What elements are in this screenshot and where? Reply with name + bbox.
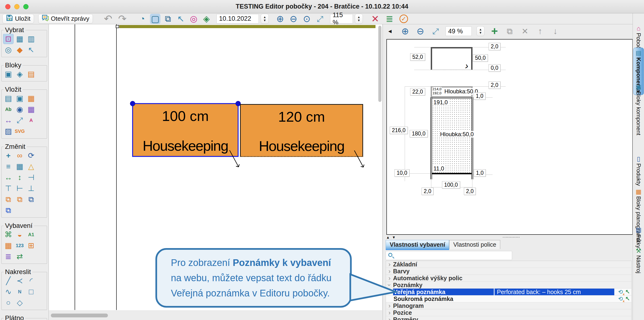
pick-note-icon[interactable]: ↖ <box>625 289 630 295</box>
right-tab-fotky[interactable]: ▨Fotky <box>633 227 644 248</box>
new-page-icon[interactable]: ▢ <box>150 14 160 24</box>
open-messages-button[interactable]: Otevřít zprávy <box>38 14 93 24</box>
preview-zoom-field[interactable]: 49 % <box>446 27 472 36</box>
property-row[interactable]: ›Planogram <box>386 302 632 309</box>
property-row[interactable]: ›Barvy <box>386 268 632 275</box>
property-row[interactable]: ›Poznámky <box>386 282 632 288</box>
zoom-in-icon[interactable]: ⊕ <box>275 14 286 24</box>
insert-text-tool[interactable]: Ab <box>3 104 14 114</box>
equipment-numbering-tool[interactable]: 123 <box>14 240 25 251</box>
divider-arrows[interactable]: ▲▼ <box>386 235 398 239</box>
property-row[interactable]: Veřejná poznámkaPerforated back: – hooks… <box>386 288 632 295</box>
draw-freehand-tool[interactable]: N <box>14 286 25 297</box>
delete-icon[interactable]: ✕ <box>370 14 380 24</box>
insert-keypad-tool[interactable]: ▦ <box>26 104 36 114</box>
move-tool[interactable]: + <box>3 150 14 161</box>
redo-icon[interactable]: ↷ <box>117 14 128 24</box>
confirm-icon[interactable]: ✓ <box>398 14 409 24</box>
property-row[interactable]: Soukromá poznámka⟲x↖ <box>386 295 632 302</box>
save-button[interactable]: Uložit <box>2 14 34 24</box>
layers-icon[interactable]: ◈ <box>201 14 212 24</box>
property-row[interactable]: ›Pozice <box>386 309 632 316</box>
properties-search-input[interactable] <box>396 252 510 259</box>
equipment-structure-tool[interactable]: ⌘ <box>3 229 14 240</box>
equipment-rename-tool[interactable]: A1 <box>26 229 36 240</box>
equipment-add-tool[interactable]: ⊞ <box>26 240 36 251</box>
equipment-grid-settings-tool[interactable]: ▦ <box>3 240 14 251</box>
send-back-tool[interactable]: ⧉ <box>14 194 25 205</box>
technical-drawing[interactable]: › 2,052,050,00,02,022,0214,0192,0Hloubka… <box>386 39 633 235</box>
date-field[interactable]: 10.10.2022 <box>216 14 259 24</box>
select-grid2-tool[interactable]: ▥ <box>26 34 36 44</box>
canvas-area[interactable]: 100 cmHousekeeping120 cmHousekeeping Pro… <box>49 24 382 320</box>
align-top-tool[interactable]: ⊤ <box>3 183 14 194</box>
draw-rect-tool[interactable]: □ <box>26 286 36 297</box>
tab-vlastnosti-police[interactable]: Vlastnosti police <box>449 240 500 249</box>
chevron-right-icon[interactable]: › <box>386 316 393 320</box>
reset-note-icon[interactable]: ⟲x <box>618 289 623 295</box>
select-target-tool[interactable]: ◎ <box>3 45 14 55</box>
delete-icon[interactable]: ✕ <box>520 26 530 36</box>
chevron-right-icon[interactable]: › <box>386 261 393 267</box>
pick-note-icon[interactable]: ↖ <box>625 296 630 302</box>
equipment-ring-tool[interactable]: ◒ <box>14 229 25 240</box>
insert-cabinet-tool[interactable]: ▤ <box>3 93 14 104</box>
right-tab-produkty[interactable]: ▯Produkty <box>633 156 644 186</box>
chevron-right-icon[interactable]: › <box>386 309 393 316</box>
align-left-tool[interactable]: ⊣ <box>26 172 36 183</box>
insert-camera-tool[interactable]: ◉ <box>14 104 25 114</box>
select-tool[interactable]: ⊡ <box>3 34 14 44</box>
reset-note-icon[interactable]: ⟲x <box>618 296 623 302</box>
layers-select-tool[interactable]: ◆ <box>14 45 25 55</box>
block-tool[interactable]: ▣ <box>3 69 14 79</box>
insert-diagonal-measure-tool[interactable]: ⤢ <box>14 115 25 125</box>
property-row[interactable]: ›Automatické výšky polic <box>386 275 632 282</box>
align-right-tool[interactable]: ⊢ <box>14 183 25 194</box>
select-grid-tool[interactable]: ▦ <box>14 34 25 44</box>
insert-image-tool[interactable]: ▨ <box>3 126 14 136</box>
preview-zoom-stepper[interactable]: ▲▼ <box>476 26 484 36</box>
draw-arc-tool[interactable]: ◜ <box>26 275 36 286</box>
measure-pointer-icon[interactable]: ↖ <box>176 14 186 24</box>
reorder-tool[interactable]: ∞ <box>14 150 25 161</box>
mirror-tool[interactable]: △ <box>26 161 36 172</box>
bring-front-tool[interactable]: ⧉ <box>3 194 14 205</box>
zoom-field[interactable]: 115 % <box>330 14 353 24</box>
right-tab-bloky-komponent[interactable]: ▣Bloky komponent <box>633 84 644 135</box>
property-row[interactable]: ›Rozměry <box>386 316 632 320</box>
property-row[interactable]: ›Základní <box>386 261 632 268</box>
canvas-horizontal-scrollbar[interactable] <box>51 313 108 317</box>
collapse-panel-icon[interactable]: ◀ <box>385 26 395 36</box>
fixture-1[interactable]: 100 cmHousekeeping <box>132 103 238 157</box>
align-flag-tool[interactable]: ≡ <box>3 161 14 172</box>
spread-h-tool[interactable]: ↔ <box>3 172 14 183</box>
zoom-in-icon[interactable]: ⊕ <box>400 26 410 36</box>
fixture-2[interactable]: 120 cmHousekeeping <box>240 104 363 157</box>
zoom-selection-icon[interactable]: ⊙ <box>302 14 312 24</box>
tile-tool[interactable]: ▦ <box>14 161 25 172</box>
move-up-icon[interactable]: ↑ <box>535 26 546 36</box>
zoom-out-icon[interactable]: ⊖ <box>415 26 426 36</box>
move-down-icon[interactable]: ↓ <box>550 26 560 36</box>
overlap-tool[interactable]: ⧉ <box>26 194 36 205</box>
duplicate-icon[interactable]: ⧉ <box>504 26 515 36</box>
zoom-fit-icon[interactable]: ⤢ <box>315 14 325 24</box>
right-tab-n-stroj[interactable]: ⚒Nástroj <box>633 248 644 273</box>
date-stepper[interactable]: ▲▼ <box>261 14 269 24</box>
insert-svg-tool[interactable]: SVG <box>14 126 25 136</box>
draw-curve-tool[interactable]: ∿ <box>3 286 14 297</box>
property-value[interactable]: Perforated back: – hooks 25 cm <box>494 288 614 295</box>
pointer-tool[interactable]: ↖ <box>26 45 36 55</box>
insert-bricks-tool[interactable]: ▦ <box>26 93 36 104</box>
focus-target-icon[interactable]: ◎ <box>188 14 199 24</box>
draw-circle-tool[interactable]: ○ <box>3 297 14 308</box>
zoom-out-icon[interactable]: ⊖ <box>288 14 299 24</box>
zoom-fit-icon[interactable]: ⤢ <box>430 26 441 36</box>
align-bottom-tool[interactable]: ⊥ <box>26 183 36 194</box>
draw-polyline-tool[interactable]: ≺ <box>14 275 25 286</box>
protractor-icon[interactable]: ◔ <box>137 14 148 24</box>
zoom-window-button[interactable] <box>23 4 28 9</box>
close-window-button[interactable] <box>5 4 10 9</box>
tab-vlastnosti-vybaveni[interactable]: Vlastnosti vybavení <box>386 240 449 249</box>
draw-line-tool[interactable]: ╱ <box>3 275 14 286</box>
